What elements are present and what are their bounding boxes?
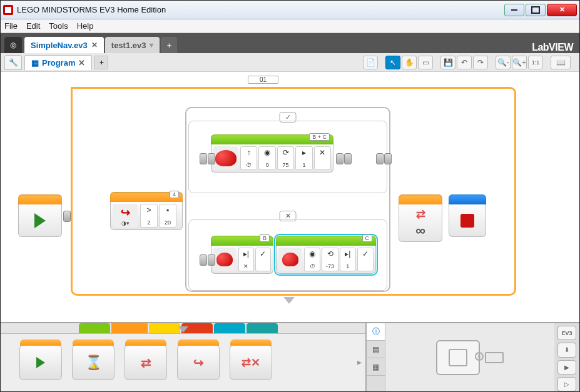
loop-mode[interactable]: ∞ xyxy=(415,223,425,239)
menu-tools[interactable]: Tools xyxy=(49,21,68,31)
run-button[interactable]: ▶ xyxy=(557,360,576,374)
labview-logo: LabVIEW xyxy=(532,42,573,53)
motor-c-port: C xyxy=(362,234,373,242)
program-tab-label: Program xyxy=(42,58,75,68)
palette-tab-sensor[interactable] xyxy=(149,323,180,333)
pan-tool[interactable]: ✋ xyxy=(402,56,417,69)
zoom-out-button[interactable]: 🔍- xyxy=(496,56,511,69)
program-tab[interactable]: ▦ Program ✕ xyxy=(24,55,92,70)
project-tab-label: SimpleNav.ev3 xyxy=(31,41,88,50)
hardware-panel: ⓘ ▤ ▦ ✕ xyxy=(367,323,554,391)
block-palette: ⌛ ⇄ ↪ ⇄✕ ▸ xyxy=(1,323,367,391)
loop-end-block[interactable]: ⇄ ∞ xyxy=(399,194,442,242)
motor-c-rot-cell[interactable]: ▸|1 xyxy=(340,248,356,271)
select-tool[interactable]: ↖ xyxy=(385,56,400,69)
move-brake-cell[interactable]: ✕ xyxy=(314,146,331,170)
start-block[interactable] xyxy=(18,194,62,237)
motor-b-brake-cell[interactable]: ✓ xyxy=(255,248,271,271)
switch-block[interactable]: 4 ↪ ◑▾ > 2 ▪ 20 xyxy=(110,192,183,230)
motor-b-icon[interactable] xyxy=(213,248,236,271)
move-steering-cell[interactable]: ◉0 xyxy=(258,146,275,170)
palette-tab-myblocks[interactable] xyxy=(247,323,278,333)
sequence-label: 01 xyxy=(248,76,278,84)
project-tab-label: test1.ev3 xyxy=(111,41,146,50)
download-button[interactable]: ⬇ xyxy=(557,343,576,357)
close-tab-icon[interactable]: ✕ xyxy=(91,41,98,49)
project-tab-inactive[interactable]: test1.ev3 ▾ xyxy=(105,37,160,53)
palette-switch-block[interactable]: ↪ xyxy=(177,345,220,380)
project-tab-bar: ◎ SimpleNav.ev3 ✕ test1.ev3 ▾ + LabVIEW xyxy=(1,33,579,53)
motor-b-dir-cell[interactable]: ▸|✕ xyxy=(238,248,254,271)
loop-icon: ⇄ xyxy=(416,208,425,221)
save-button[interactable]: 💾 xyxy=(440,56,455,69)
palette-loop-block[interactable]: ⇄ xyxy=(125,345,167,380)
hw-tab-ports[interactable]: ▤ xyxy=(367,341,385,358)
add-project-tab[interactable]: + xyxy=(161,37,177,53)
move-ports-badge: B + C xyxy=(309,133,330,141)
run-selected-button[interactable]: ▷ xyxy=(557,377,576,391)
run-control-panel: EV3 ⬇ ▶ ▷ xyxy=(554,323,579,391)
program-toolbar: 🔧 ▦ Program ✕ + 📄 ↖ ✋ ▭ 💾 ↶ ↷ 🔍- 🔍+ 1:1 … xyxy=(1,53,579,72)
move-rotations-cell[interactable]: ▸1 xyxy=(295,146,312,170)
palette-tab-action[interactable] xyxy=(79,323,110,333)
motor-c-block[interactable]: C ◉⏱ ⟲-73 ▸|1 ✓ xyxy=(276,236,376,274)
lobby-button[interactable]: ◎ xyxy=(4,37,22,53)
programming-canvas[interactable]: 01 4 ↪ ◑▾ > 2 xyxy=(1,72,579,323)
window-titlebar: LEGO MINDSTORMS EV3 Home Edition xyxy=(1,1,579,19)
close-program-icon[interactable]: ✕ xyxy=(78,58,85,68)
add-program-button[interactable]: + xyxy=(94,56,108,69)
hw-tab-bricks[interactable]: ▦ xyxy=(367,358,385,376)
palette-collapse-handle[interactable] xyxy=(178,326,188,333)
hardware-view: ✕ xyxy=(385,323,554,391)
project-settings-tab[interactable]: 🔧 xyxy=(4,55,22,70)
play-icon xyxy=(34,213,46,228)
switch-mode-icon[interactable]: ↪ ◑▾ xyxy=(113,204,138,228)
motor-c-mode-cell[interactable]: ◉⏱ xyxy=(304,248,320,271)
brick-icon xyxy=(436,340,480,375)
stop-icon xyxy=(460,214,474,228)
minimize-button[interactable] xyxy=(504,4,524,16)
move-direction-cell[interactable]: ↑⏱ xyxy=(240,146,257,170)
menu-edit[interactable]: Edit xyxy=(26,21,40,31)
motor-b-block[interactable]: B ▸|✕ ✓ xyxy=(211,236,273,274)
app-icon xyxy=(3,5,13,15)
palette-expand-handle[interactable] xyxy=(283,297,295,304)
bottom-panel: ⌛ ⇄ ↪ ⇄✕ ▸ ⓘ ▤ ▦ ✕ EV3 ⬇ xyxy=(1,323,579,391)
move-steering-block[interactable]: B + C ↑⏱ ◉0 ⟳75 ▸1 ✕ xyxy=(211,134,333,173)
close-button[interactable] xyxy=(547,4,577,16)
connection-status: ✕ xyxy=(485,352,504,363)
tab-dropdown-icon[interactable]: ▾ xyxy=(150,41,153,49)
content-editor-button[interactable]: 📖 xyxy=(551,56,571,69)
zoom-reset-button[interactable]: 1:1 xyxy=(528,56,543,69)
maximize-button[interactable] xyxy=(526,4,546,16)
window-title: LEGO MINDSTORMS EV3 Home Edition xyxy=(17,5,504,14)
menu-bar: File Edit Tools Help xyxy=(1,19,579,33)
palette-scroll-right[interactable]: ▸ xyxy=(357,357,362,367)
usb-icon xyxy=(485,352,504,363)
motor-b-port: B xyxy=(260,234,270,242)
disconnected-icon: ✕ xyxy=(475,352,484,361)
palette-tab-advanced[interactable] xyxy=(214,323,245,333)
document-button[interactable]: 📄 xyxy=(363,56,378,69)
switch-threshold-cell[interactable]: ▪ 20 xyxy=(159,204,176,228)
zoom-in-button[interactable]: 🔍+ xyxy=(512,56,527,69)
motor-c-brake-cell[interactable]: ✓ xyxy=(357,248,374,271)
hw-tab-info[interactable]: ⓘ xyxy=(367,323,385,341)
switch-op-cell[interactable]: > 2 xyxy=(140,204,158,228)
stop-block[interactable] xyxy=(449,194,486,237)
redo-button[interactable]: ↷ xyxy=(473,56,488,69)
move-power-cell[interactable]: ⟳75 xyxy=(277,146,294,170)
motor-c-power-cell[interactable]: ⟲-73 xyxy=(322,248,338,271)
comment-tool[interactable]: ▭ xyxy=(418,56,433,69)
ev3-badge: EV3 xyxy=(557,326,576,340)
undo-button[interactable]: ↶ xyxy=(457,56,472,69)
menu-help[interactable]: Help xyxy=(77,21,94,31)
move-mode-icon[interactable] xyxy=(213,146,238,170)
palette-start-block[interactable] xyxy=(19,345,62,380)
switch-port-badge: 4 xyxy=(170,191,179,198)
motor-c-icon[interactable] xyxy=(278,248,302,271)
palette-loop-interrupt-block[interactable]: ⇄✕ xyxy=(230,345,272,380)
palette-wait-block[interactable]: ⌛ xyxy=(72,345,114,380)
project-tab-active[interactable]: SimpleNav.ev3 ✕ xyxy=(24,37,104,53)
menu-file[interactable]: File xyxy=(4,21,18,31)
